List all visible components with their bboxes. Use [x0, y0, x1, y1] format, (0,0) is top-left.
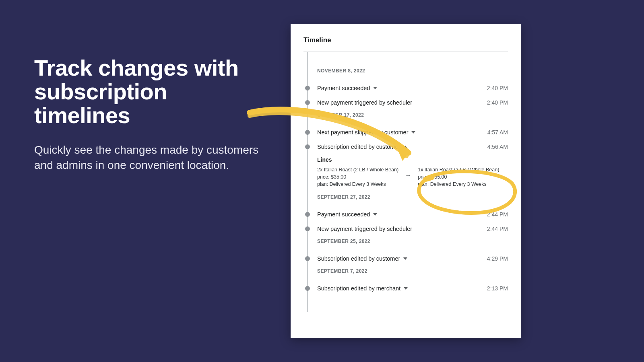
hero-title: Track changes with subscription timeline… — [34, 56, 260, 127]
event-time: 4:56 AM — [487, 144, 508, 150]
event-text: Payment succeeded — [317, 211, 370, 218]
timeline-row[interactable]: Next payment skipped by customer 4:57 AM — [303, 125, 508, 140]
timeline: NOVEMBER 8, 2022 Payment succeeded 2:40 … — [303, 52, 508, 296]
timeline-row[interactable]: Subscription edited by merchant 2:13 PM — [303, 281, 508, 296]
timeline-dot — [305, 212, 310, 217]
detail-line: 2x Italian Roast (2 LB / Whole Bean) — [317, 166, 398, 173]
event-time: 2:40 PM — [487, 99, 508, 106]
arrow-right-icon: → — [405, 166, 411, 179]
timeline-dot — [305, 100, 310, 105]
timeline-panel: Timeline NOVEMBER 8, 2022 Payment succee… — [291, 24, 521, 338]
event-label: Subscription edited by merchant — [317, 285, 487, 292]
event-label: New payment triggered by scheduler — [317, 99, 487, 106]
timeline-row[interactable]: New payment triggered by scheduler 2:40 … — [303, 95, 508, 110]
chevron-down-icon[interactable] — [403, 257, 407, 260]
timeline-dot — [305, 226, 310, 231]
event-text: Subscription edited by customer — [317, 144, 400, 150]
event-time: 2:13 PM — [487, 285, 508, 292]
detail-line: plan: Delivered Every 3 Weeks — [418, 181, 499, 188]
timeline-dot — [305, 86, 310, 90]
event-time: 4:57 AM — [487, 129, 508, 136]
chevron-down-icon[interactable] — [373, 87, 377, 89]
date-separator: SEPTEMBER 25, 2022 — [303, 239, 508, 244]
detail-after: 1x Italian Roast (2 LB / Whole Bean) pri… — [418, 166, 499, 188]
hero-copy: Track changes with subscription timeline… — [34, 56, 260, 173]
timeline-row[interactable]: New payment triggered by scheduler 2:44 … — [303, 222, 508, 236]
event-time: 2:44 PM — [487, 226, 508, 232]
timeline-dot — [305, 256, 310, 261]
chevron-down-icon[interactable] — [411, 131, 415, 134]
event-label: Payment succeeded — [317, 85, 487, 91]
event-text: Subscription edited by customer — [317, 255, 400, 262]
event-text: New payment triggered by scheduler — [317, 226, 412, 232]
event-label: Next payment skipped by customer — [317, 129, 487, 136]
timeline-dot — [305, 286, 310, 291]
detail-line: price: $35.00 — [418, 173, 499, 181]
event-time: 4:29 PM — [487, 255, 508, 262]
date-separator: OCTOBER 17, 2022 — [303, 112, 508, 118]
timeline-row[interactable]: Subscription edited by customer 4:29 PM — [303, 251, 508, 266]
event-time: 2:40 PM — [487, 85, 508, 91]
detail-before: 2x Italian Roast (2 LB / Whole Bean) pri… — [317, 166, 398, 188]
hero-subtitle: Quickly see the changes made by customer… — [34, 142, 260, 173]
timeline-row[interactable]: Payment succeeded 2:40 PM — [303, 81, 508, 95]
event-label: Subscription edited by customer — [317, 255, 487, 262]
panel-title: Timeline — [303, 36, 508, 52]
detail-line: plan: Delivered Every 3 Weeks — [317, 181, 398, 188]
event-detail: Lines 2x Italian Roast (2 LB / Whole Bea… — [303, 154, 508, 192]
event-time: 2:44 PM — [487, 211, 508, 218]
timeline-dot — [305, 144, 310, 149]
chevron-down-icon[interactable] — [373, 213, 377, 216]
event-text: Next payment skipped by customer — [317, 129, 408, 136]
event-text: New payment triggered by scheduler — [317, 99, 412, 106]
detail-heading: Lines — [317, 156, 508, 163]
event-text: Payment succeeded — [317, 85, 370, 91]
detail-line: price: $35.00 — [317, 173, 398, 181]
date-separator: NOVEMBER 8, 2022 — [303, 68, 508, 74]
chevron-down-icon[interactable] — [404, 287, 408, 290]
event-label: New payment triggered by scheduler — [317, 226, 487, 232]
event-label: Payment succeeded — [317, 211, 487, 218]
date-separator: SEPTEMBER 27, 2022 — [303, 194, 508, 200]
event-text: Subscription edited by merchant — [317, 285, 400, 292]
detail-line: 1x Italian Roast (2 LB / Whole Bean) — [418, 166, 499, 173]
timeline-row[interactable]: Payment succeeded 2:44 PM — [303, 207, 508, 222]
date-separator: SEPTEMBER 7, 2022 — [303, 268, 508, 274]
timeline-row-expanded[interactable]: Subscription edited by customer 4:56 AM — [303, 140, 508, 154]
event-label: Subscription edited by customer — [317, 144, 487, 150]
timeline-dot — [305, 130, 310, 135]
chevron-up-icon[interactable] — [403, 146, 407, 148]
